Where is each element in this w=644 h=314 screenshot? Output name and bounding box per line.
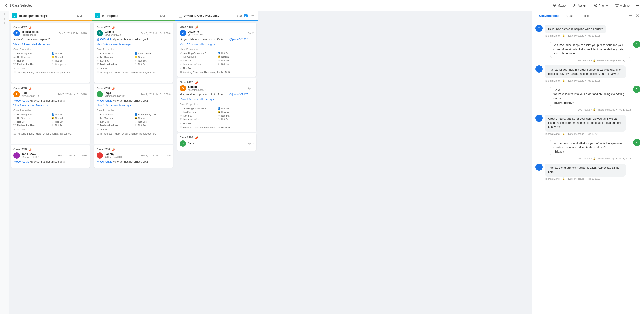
tab-profile[interactable]: Profile (577, 11, 592, 21)
macro-button[interactable]: Macro (550, 2, 569, 8)
case-card-258-header: Case #258 🌶️ (96, 87, 170, 90)
main-layout: C Reassignment Req'd (21) ··· Case #267 … (0, 11, 644, 314)
msg-visibility-1: Private Message (566, 34, 584, 37)
user-handle-267: Toshsa Marie (22, 33, 57, 36)
column-menu-awaiting[interactable]: ··· (250, 13, 255, 18)
left-sidebar-collapsed (0, 11, 9, 314)
card-more-258[interactable]: ··· (168, 137, 170, 141)
user-info-260: Red @redforman18f (22, 91, 56, 97)
column-menu-in-progress[interactable]: ··· (167, 13, 172, 18)
message-row-3: T Thanks. for your help my order number … (536, 65, 640, 82)
card-more-257[interactable]: ··· (168, 76, 170, 80)
column-body-reassignment: Case #267 🌶️ T Toshsa Marie Toshsa Marie… (9, 21, 92, 314)
svg-point-8 (638, 5, 639, 6)
case-date-488: Apr 2 (248, 32, 254, 34)
prop-item: ☰ No Queues (180, 110, 216, 114)
case-card-259[interactable]: Case #259 🌶️ J John Snow @jsnow103017 Fe… (11, 145, 90, 168)
avatar-256: J (96, 152, 103, 159)
column-body-in-progress: Case #257 🌶️ C Connie @ConnieNy18 Feb 5,… (92, 21, 175, 314)
assign-button[interactable]: Assign (570, 2, 590, 8)
tab-conversations[interactable]: Conversations (536, 11, 563, 21)
msg-content-1: Hello, Can someone help me with an order… (545, 25, 606, 37)
message-row-2: 9 Yes I would be happy to assist you ple… (536, 41, 640, 62)
case-card-256[interactable]: Case #256 🌶️ J Johnny @DJohnny2018 Feb 2… (94, 145, 173, 168)
case-tags-487: 🏷 Not Set (180, 122, 254, 125)
case-card-488[interactable]: Case #488 🌶️ J Juancho @Jancho18P Apr 2 … (177, 23, 256, 77)
svg-point-6 (636, 5, 637, 6)
prop-item: ☰ No Queues (96, 55, 133, 59)
user-handle-487: @scotchtapes18 (188, 88, 246, 91)
case-link-260[interactable]: View 3 Associated Messages (14, 104, 88, 107)
archive-label: Archive (620, 4, 630, 7)
case-number-257: Case #257 🌶️ (96, 26, 115, 29)
case-card-257[interactable]: Case #257 🌶️ C Connie @ConnieNy18 Feb 5,… (94, 23, 173, 83)
svg-point-1 (574, 4, 576, 5)
rpanel-more-button[interactable] (627, 12, 634, 19)
prop-item: ⊙ Not Set (218, 59, 254, 62)
right-panel-tabs: Conversations Case Profile (532, 11, 644, 21)
user-info-486: Jane (188, 142, 246, 145)
prop-item: 😐 Neutral (134, 55, 171, 59)
msg-sender-6: 900-Pedals (578, 157, 590, 160)
msg-sender-2: 900-Pedals (578, 59, 590, 62)
prop-item: ↺ Re-assignment (14, 113, 50, 116)
case-card-267[interactable]: Case #267 🌶️ T Toshsa Marie Toshsa Marie… (11, 23, 90, 83)
rpanel-close-button[interactable] (634, 13, 640, 19)
svg-point-10 (629, 15, 630, 16)
case-link-258[interactable]: View 3 Associated Messages (96, 104, 170, 107)
properties-label-267: Case Properties (14, 48, 88, 50)
case-card-488-header: Case #488 🌶️ (180, 25, 254, 28)
archive-button[interactable]: Archive (612, 2, 633, 8)
message-row-7: T Thanks, the apartment number is 1525. … (536, 164, 640, 180)
column-menu-reassignment[interactable]: ··· (84, 13, 89, 18)
tab-case[interactable]: Case (563, 11, 577, 21)
case-link-488[interactable]: View 2 Associated Messages (180, 43, 254, 46)
prop-item: ⊙ Not Set (218, 62, 254, 66)
prop-item: ↺ Awaiting Customer R... (180, 107, 216, 110)
msg-lock-7: 🔒 (562, 177, 565, 180)
prop-item: ⊙ Not Set (14, 120, 50, 123)
user-name-487: Scotch (188, 85, 246, 88)
msg-meta-3: Toshsa Marie • 🔒 Private Message • Feb 1… (545, 79, 626, 82)
case-card-260[interactable]: Case #260 🌶️ R Red @redforman18f Feb 7, … (11, 84, 90, 144)
case-link-267[interactable]: View 46 Associated Messages (14, 43, 88, 46)
case-card-258[interactable]: Case #258 🌶️ I Impa @impasheikah18f Feb … (94, 84, 173, 144)
case-channel-tags-488: ☰ Awaiting Customer Response, Public, Tw… (180, 71, 254, 74)
column-reassignment-reqd: C Reassignment Req'd (21) ··· Case #267 … (9, 11, 92, 314)
column-in-progress: C In Progress (30) ··· Case #257 🌶️ C Co… (92, 11, 175, 314)
card-more-267[interactable]: ··· (84, 76, 88, 80)
user-info-256: Johnny @DJohnny2018 (105, 153, 139, 158)
case-card-487[interactable]: Case #487 🌶️ S Scotch @scotchtapes18 Apr… (177, 78, 256, 132)
prop-item: ↺ In Progress (96, 113, 133, 116)
case-number-488: Case #488 🌶️ (180, 25, 198, 28)
msg-avatar-5: T (536, 115, 543, 122)
priority-button[interactable]: Priority (590, 2, 611, 8)
msg-visibility-4: Private Message (596, 108, 615, 111)
msg-avatar-6: 9 (633, 139, 640, 146)
prop-item: 👤 Innis Lakhan (134, 52, 171, 55)
case-number-259: Case #259 🌶️ (14, 148, 32, 151)
svg-point-12 (632, 15, 632, 16)
case-tags-488: 🏷 Not Set (180, 67, 254, 70)
prop-item: ↺ Awaiting Customer R... (180, 52, 216, 55)
prop-item: ⊙ Not Set (180, 114, 216, 117)
case-link-257[interactable]: View 3 Associated Messages (96, 43, 170, 46)
case-message-267: Hello, Can someone help me!? (14, 38, 88, 41)
user-info-258: Impa @impasheikah18f (105, 91, 139, 97)
case-link-487[interactable]: View 2 Associated Messages (180, 98, 254, 101)
back-button[interactable]: 1 Case Selected (3, 3, 34, 7)
top-bar: 1 Case Selected Macro Assign Priority Ar (0, 0, 644, 11)
more-button[interactable] (634, 2, 641, 8)
case-card-486[interactable]: Case #486 🌶️ J Jane Apr 2 (177, 133, 256, 151)
card-footer-258: ··· (96, 137, 170, 141)
card-more-260[interactable]: ··· (84, 137, 88, 141)
case-message-488: Do you deliver to Beverly Hills, Califor… (180, 37, 254, 41)
case-message-257: @900Pedals My order has not arrived yet!… (96, 38, 170, 41)
prop-item: 👤 Not Set (218, 52, 254, 55)
case-tags-267: 🏷 Not Set (14, 67, 88, 70)
prop-item: 😐 Neutral (134, 117, 171, 120)
msg-date-4: Feb 1, 2018 (618, 108, 631, 111)
msg-bubble-6: No problem, I can do that for you. What … (550, 139, 631, 156)
props-grid-267: ↺ Re-assignment 👤 Not Set ☰ No Queues 😐 … (14, 52, 88, 66)
msg-bubble-5: Great Brittany, thanks for your help. Do… (545, 115, 626, 132)
